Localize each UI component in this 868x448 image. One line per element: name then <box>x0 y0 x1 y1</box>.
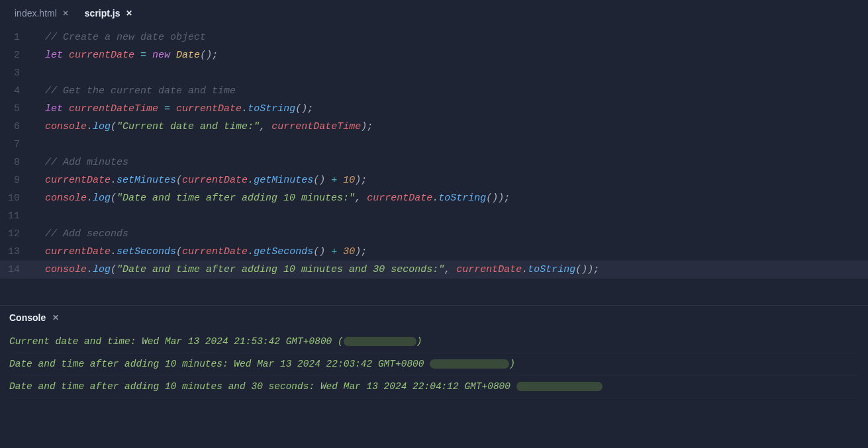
console-panel: Console ✕ Current date and time: Wed Mar… <box>0 305 868 401</box>
line-number: 10 <box>0 189 32 207</box>
line-number: 6 <box>0 118 32 136</box>
code-line: 7 <box>0 136 868 154</box>
code-line: 3 <box>0 64 868 82</box>
code-line: 1 // Create a new date object <box>0 28 868 46</box>
close-icon[interactable]: ✕ <box>52 313 59 322</box>
code-line: 5 let currentDateTime = currentDate.toSt… <box>0 100 868 118</box>
code-line: 6 console.log("Current date and time:", … <box>0 118 868 136</box>
line-number: 9 <box>0 171 32 189</box>
line-number: 1 <box>0 28 32 46</box>
line-number: 12 <box>0 225 32 243</box>
tab-label: script.js <box>85 8 121 19</box>
code-line: 13 currentDate.setSeconds(currentDate.ge… <box>0 243 868 261</box>
code-line: 14 console.log("Date and time after addi… <box>0 261 868 279</box>
redacted-text <box>344 337 416 346</box>
code-line: 12 // Add seconds <box>0 225 868 243</box>
line-number: 11 <box>0 207 32 225</box>
line-number: 14 <box>0 261 32 279</box>
code-line: 10 console.log("Date and time after addi… <box>0 189 868 207</box>
console-line: Current date and time: Wed Mar 13 2024 2… <box>9 331 859 353</box>
console-line: Date and time after adding 10 minutes: W… <box>9 353 859 376</box>
redacted-text <box>516 382 603 391</box>
tab-script-js[interactable]: script.js ✕ <box>78 4 139 22</box>
tab-index-html[interactable]: index.html ✕ <box>8 4 75 22</box>
code-line: 4 // Get the current date and time <box>0 82 868 100</box>
line-number: 4 <box>0 82 32 100</box>
console-title: Console <box>9 312 46 323</box>
line-number: 5 <box>0 100 32 118</box>
editor-tabs: index.html ✕ script.js ✕ <box>0 0 868 23</box>
tab-label: index.html <box>15 8 57 19</box>
line-number: 8 <box>0 154 32 171</box>
line-number: 2 <box>0 46 32 64</box>
code-line: 9 currentDate.setMinutes(currentDate.get… <box>0 171 868 189</box>
close-icon[interactable]: ✕ <box>126 9 132 18</box>
code-line: 11 <box>0 207 868 225</box>
line-number: 3 <box>0 64 32 82</box>
code-line: 2 let currentDate = new Date(); <box>0 46 868 64</box>
code-editor[interactable]: 1 // Create a new date object 2 let curr… <box>0 23 868 292</box>
console-line: Date and time after adding 10 minutes an… <box>9 376 859 398</box>
line-number: 7 <box>0 136 32 154</box>
console-header: Console ✕ <box>0 306 868 328</box>
close-icon[interactable]: ✕ <box>62 9 69 18</box>
console-output[interactable]: Current date and time: Wed Mar 13 2024 2… <box>0 328 868 401</box>
line-number: 13 <box>0 243 32 261</box>
code-line: 8 // Add minutes <box>0 154 868 171</box>
redacted-text <box>430 359 509 369</box>
